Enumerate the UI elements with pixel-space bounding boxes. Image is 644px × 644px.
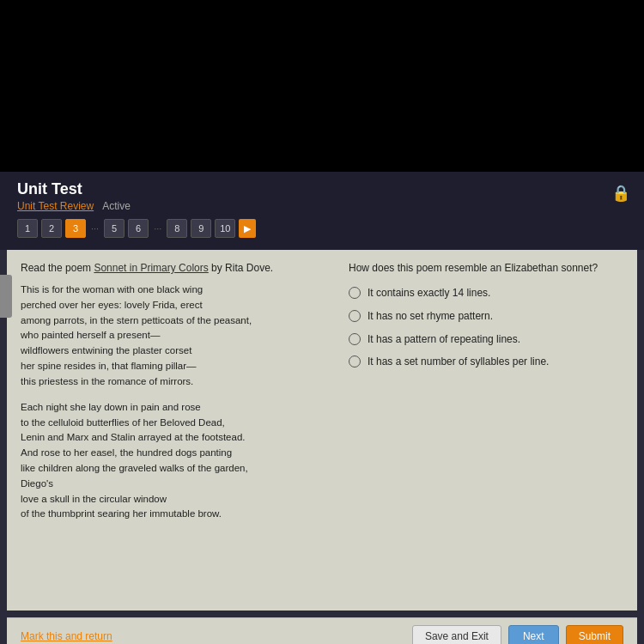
answer-option-1[interactable]: It contains exactly 14 lines. (349, 286, 623, 301)
breadcrumb-link[interactable]: Unit Test Review (17, 200, 94, 212)
answer-option-4[interactable]: It has a set number of syllables per lin… (349, 355, 623, 369)
side-tab (0, 275, 12, 318)
poem-line: This is for the woman with one black win… (21, 283, 323, 298)
poem-line: Diego's (21, 477, 323, 492)
poem-line: this priestess in the romance of mirrors… (21, 374, 323, 390)
poem-text: This is for the woman with one black win… (21, 283, 323, 522)
page-btn-6[interactable]: 6 (128, 219, 149, 238)
poem-line: to the celluloid butterflies of her Belo… (21, 416, 323, 431)
page-btn-9[interactable]: 9 (191, 219, 211, 238)
footer: Mark this and return Save and Exit Next … (7, 617, 637, 644)
poem-link[interactable]: Sonnet in Primary Colors (94, 262, 208, 274)
page-btn-3[interactable]: 3 (65, 219, 86, 238)
footer-buttons: Save and Exit Next Submit (412, 625, 623, 644)
mark-return-link[interactable]: Mark this and return (21, 630, 112, 642)
answer-label-1: It contains exactly 14 lines. (368, 286, 490, 301)
lock-icon: 🔒 (611, 184, 630, 203)
poem-stanza-1: This is for the woman with one black win… (21, 283, 323, 390)
poem-line: Each night she lay down in pain and rose (21, 400, 323, 416)
poem-line: And rose to her easel, the hundred dogs … (21, 446, 323, 461)
poem-line: who painted herself a present— (21, 328, 323, 343)
poem-line: her spine resides in, that flaming pilla… (21, 359, 323, 374)
poem-line: like children along the graveled walks o… (21, 461, 323, 477)
answer-option-3[interactable]: It has a pattern of repeating lines. (349, 332, 623, 347)
poem-line: love a skull in the circular window (21, 492, 323, 507)
answer-label-2: It has no set rhyme pattern. (368, 309, 493, 324)
poem-intro: Read the poem Sonnet in Primary Colors b… (21, 262, 323, 274)
question-text: How does this poem resemble an Elizabeth… (349, 262, 623, 274)
poem-line: Lenin and Marx and Stalin arrayed at the… (21, 430, 323, 446)
right-panel: How does this poem resemble an Elizabeth… (340, 262, 623, 598)
status-badge: Active (102, 200, 131, 212)
page-gap-1: ··· (89, 223, 100, 234)
page-btn-8[interactable]: 8 (167, 219, 187, 238)
radio-2[interactable] (349, 310, 361, 322)
submit-button[interactable]: Submit (566, 625, 623, 644)
poem-line: wildflowers entwining the plaster corset (21, 343, 323, 359)
page-btn-1[interactable]: 1 (17, 219, 38, 238)
answer-label-3: It has a pattern of repeating lines. (368, 332, 520, 347)
next-button[interactable]: Next (508, 625, 559, 644)
next-page-arrow[interactable]: ▶ (239, 219, 256, 238)
radio-4[interactable] (349, 355, 361, 368)
poem-line: among parrots, in the stern petticoats o… (21, 313, 323, 329)
page-title: Unit Test (17, 180, 256, 198)
save-exit-button[interactable]: Save and Exit (412, 625, 501, 644)
poem-line: of the thumbprint searing her immutable … (21, 507, 323, 522)
radio-1[interactable] (349, 287, 361, 299)
pagination-row: 1 2 3 ··· 5 6 ··· 8 9 10 ▶ (17, 219, 256, 245)
poem-line: perched over her eyes: lovely Frida, ere… (21, 298, 323, 313)
page-btn-5[interactable]: 5 (104, 219, 125, 238)
page-btn-2[interactable]: 2 (41, 219, 62, 238)
left-panel: Read the poem Sonnet in Primary Colors b… (21, 262, 323, 598)
answer-option-2[interactable]: It has no set rhyme pattern. (349, 309, 623, 324)
page-gap-2: ··· (152, 223, 163, 234)
answer-label-4: It has a set number of syllables per lin… (368, 355, 549, 369)
page-btn-10[interactable]: 10 (215, 219, 235, 238)
radio-3[interactable] (349, 333, 361, 345)
poem-stanza-2: Each night she lay down in pain and rose… (21, 400, 323, 523)
